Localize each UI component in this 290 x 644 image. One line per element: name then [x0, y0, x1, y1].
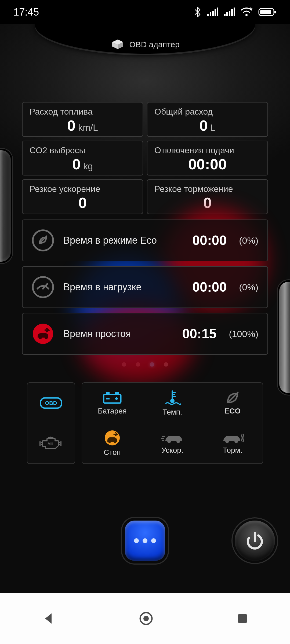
svg-rect-4 [217, 8, 218, 16]
svg-rect-3 [215, 9, 216, 16]
tool-label: ECO [224, 407, 241, 415]
tool-mil[interactable]: MIL [27, 423, 75, 463]
menu-button[interactable] [125, 521, 165, 561]
row-time: 00:15 [182, 326, 217, 342]
row-load-time[interactable]: Время в нагрузке 00:00 (0%) [22, 266, 268, 308]
page-dot-active[interactable] [150, 362, 154, 367]
idle-car-icon [32, 323, 54, 345]
page-dot[interactable] [164, 362, 168, 367]
tile-value: 0 [203, 194, 212, 211]
bluetooth-icon [194, 7, 201, 17]
cellular-signal-icon-2 [224, 8, 235, 17]
tile-label: Резкое торможение [154, 184, 260, 194]
row-time: 00:00 [192, 233, 227, 248]
android-status-bar: 17:45 [0, 0, 290, 24]
tile-value: 0 [67, 117, 75, 134]
tile-label: Общий расход [154, 107, 260, 117]
row-percent: (0%) [239, 282, 258, 292]
tool-obd[interactable]: OBD [27, 383, 75, 423]
svg-point-33 [170, 399, 175, 403]
tile-unit: km/L [78, 122, 98, 133]
tile-total-consumption[interactable]: Общий расход 0L [147, 102, 268, 137]
svg-rect-28 [115, 392, 119, 394]
tile-label: Расход топлива [30, 107, 136, 117]
tile-hard-accel[interactable]: Резкое ускорение 0 [22, 179, 143, 214]
app-title-bar[interactable]: OBD адаптер [110, 30, 179, 59]
dot-icon [143, 538, 147, 543]
svg-point-39 [114, 440, 116, 443]
svg-point-10 [245, 14, 248, 16]
tool-label: Торм. [223, 446, 242, 455]
svg-text:MIL: MIL [48, 442, 54, 446]
tool-brake[interactable]: Торм. [202, 423, 263, 463]
wifi-icon [241, 8, 252, 17]
svg-rect-8 [231, 9, 233, 16]
right-side-button[interactable] [279, 282, 290, 393]
svg-point-45 [225, 439, 229, 443]
tile-hard-brake[interactable]: Резкое торможение 0 [147, 179, 268, 214]
tile-value: 0 [199, 117, 208, 134]
statusbar-indicators [194, 7, 277, 17]
android-nav-bar [0, 593, 290, 644]
battery-icon [258, 8, 277, 17]
tool-eco[interactable]: ECO [202, 383, 263, 423]
svg-point-41 [176, 439, 180, 443]
svg-point-50 [143, 616, 149, 621]
page-dot[interactable] [136, 362, 140, 367]
row-label: Время простоя [63, 328, 173, 339]
tool-label: Стоп [104, 448, 121, 457]
engine-icon: MIL [39, 436, 63, 451]
tool-accel[interactable]: Ускор. [142, 423, 202, 463]
tile-value: 00:00 [188, 155, 227, 173]
page-dot[interactable] [122, 362, 126, 367]
tool-battery[interactable]: Батарея [82, 383, 142, 423]
nav-home-icon[interactable] [138, 611, 154, 626]
svg-point-18 [33, 277, 53, 297]
svg-rect-6 [226, 12, 228, 16]
power-button[interactable] [235, 521, 275, 561]
svg-point-38 [108, 440, 111, 443]
nav-recent-icon[interactable] [236, 612, 249, 625]
stop-car-icon [103, 430, 121, 446]
row-percent: (0%) [239, 235, 258, 246]
page-indicator[interactable] [22, 362, 268, 367]
speedometer-icon [32, 276, 54, 298]
brake-car-icon [221, 432, 244, 444]
eco-leaf-icon [224, 391, 241, 405]
row-label: Время в режиме Eco [63, 235, 183, 246]
left-side-button[interactable] [0, 150, 11, 262]
dot-icon [134, 538, 139, 543]
app-title: OBD адаптер [129, 40, 179, 49]
tile-unit: L [211, 122, 216, 133]
leaf-icon [32, 229, 54, 252]
tile-label: Отключения подачи [154, 145, 260, 155]
cellular-signal-icon [207, 8, 218, 17]
tool-label: Ускор. [161, 446, 183, 455]
dot-icon [151, 538, 156, 543]
svg-rect-27 [106, 392, 110, 394]
svg-point-22 [45, 336, 48, 339]
row-eco-time[interactable]: Время в режиме Eco 00:00 (0%) [22, 219, 268, 261]
svg-rect-13 [260, 10, 271, 14]
tile-fuel-consumption[interactable]: Расход топлива 0km/L [22, 102, 143, 137]
tile-unit: kg [83, 161, 93, 171]
svg-rect-26 [104, 394, 121, 403]
svg-rect-2 [212, 11, 214, 16]
svg-rect-7 [229, 11, 230, 16]
obd-icon: OBD [39, 395, 63, 411]
coolant-temp-icon [164, 390, 181, 406]
obd-adapter-icon [110, 39, 125, 50]
nav-back-icon[interactable] [41, 611, 56, 626]
tile-label: Резкое ускорение [30, 184, 136, 194]
svg-rect-9 [234, 8, 235, 16]
row-label: Время в нагрузке [63, 281, 183, 293]
tile-co2[interactable]: CO2 выбросы 0kg [22, 141, 143, 175]
row-time: 00:00 [192, 279, 227, 295]
power-icon [244, 530, 265, 551]
tool-stop[interactable]: Стоп [82, 423, 142, 463]
tile-value: 0 [72, 155, 81, 173]
row-idle-time[interactable]: Время простоя 00:15 (100%) [22, 313, 268, 355]
tile-fuel-cut[interactable]: Отключения подачи 00:00 [147, 141, 268, 175]
svg-rect-5 [224, 14, 226, 16]
tool-temp[interactable]: Темп. [142, 383, 202, 423]
